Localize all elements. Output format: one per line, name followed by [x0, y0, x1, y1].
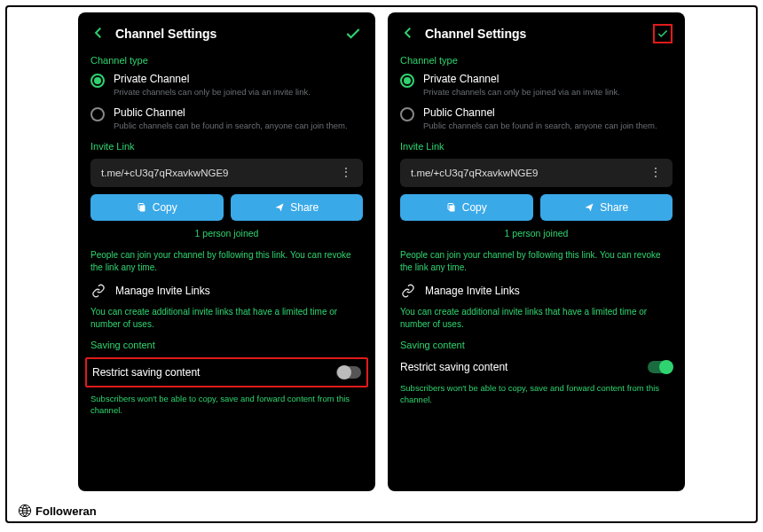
link-icon: [90, 283, 106, 299]
manage-text: Manage Invite Links: [425, 285, 520, 297]
watermark: Followeran: [18, 504, 97, 518]
public-desc: Public channels can be found in search, …: [114, 121, 363, 131]
share-icon: [274, 202, 285, 213]
globe-icon: [18, 504, 32, 518]
copy-button[interactable]: Copy: [400, 194, 533, 221]
link-icon: [400, 283, 416, 299]
manage-desc: You can create additional invite links t…: [400, 306, 673, 331]
manage-invite-links[interactable]: Manage Invite Links: [400, 283, 673, 299]
invite-desc: People can join your channel by followin…: [400, 249, 673, 274]
copy-label: Copy: [462, 201, 487, 214]
private-title: Private Channel: [114, 73, 363, 85]
button-row: Copy Share: [400, 194, 673, 221]
radio-private[interactable]: Private Channel Private channels can onl…: [400, 73, 673, 98]
header: Channel Settings: [400, 21, 673, 46]
channel-type-label: Channel type: [400, 55, 673, 66]
restrict-toggle-row[interactable]: Restrict saving content: [92, 363, 361, 382]
radio-private[interactable]: Private Channel Private channels can onl…: [90, 73, 363, 98]
manage-invite-links[interactable]: Manage Invite Links: [90, 283, 363, 299]
phone-left: Channel Settings Channel type Private Ch…: [78, 12, 375, 491]
share-icon: [584, 202, 594, 213]
header: Channel Settings: [90, 21, 363, 46]
radio-public[interactable]: Public Channel Public channels can be fo…: [90, 106, 363, 131]
button-row: Copy Share: [90, 194, 363, 221]
copy-icon: [446, 202, 457, 213]
invite-link-text: t.me/+cU3q7qRxavkwNGE9: [101, 168, 229, 178]
restrict-desc: Subscribers won't be able to copy, save …: [90, 393, 363, 417]
share-label: Share: [600, 201, 628, 214]
toggle-off-icon[interactable]: [336, 366, 361, 379]
channel-type-label: Channel type: [90, 55, 363, 66]
radio-icon-unselected: [400, 107, 414, 121]
saving-label: Saving content: [90, 340, 363, 350]
copy-button[interactable]: Copy: [90, 194, 224, 221]
invite-link-label: Invite Link: [400, 141, 673, 152]
svg-rect-2: [449, 205, 454, 211]
watermark-text: Followeran: [35, 505, 97, 518]
radio-icon-unselected: [90, 107, 105, 121]
more-dots-icon[interactable]: ⋮: [340, 170, 352, 176]
joined-count: 1 person joined: [90, 228, 363, 239]
phone-right: Channel Settings Channel type Private Ch…: [388, 12, 685, 491]
more-dots-icon[interactable]: ⋮: [649, 170, 662, 176]
joined-count: 1 person joined: [400, 228, 673, 239]
back-icon[interactable]: [90, 25, 108, 43]
copy-icon: [137, 202, 147, 213]
confirm-check-icon[interactable]: [343, 24, 363, 43]
share-button[interactable]: Share: [231, 194, 364, 221]
private-desc: Private channels can only be joined via …: [423, 87, 673, 98]
radio-public[interactable]: Public Channel Public channels can be fo…: [400, 106, 673, 131]
private-title: Private Channel: [423, 73, 673, 85]
invite-link-text: t.me/+cU3q7qRxavkwNGE9: [411, 168, 539, 178]
invite-link-label: Invite Link: [90, 141, 363, 152]
svg-rect-0: [139, 205, 145, 211]
copy-label: Copy: [153, 201, 177, 214]
restrict-highlight-box: Restrict saving content: [85, 357, 368, 387]
back-icon[interactable]: [400, 25, 418, 43]
radio-icon-selected: [400, 74, 414, 88]
toggle-on-icon[interactable]: [648, 361, 673, 373]
public-desc: Public channels can be found in search, …: [423, 121, 673, 131]
restrict-label: Restrict saving content: [400, 361, 507, 373]
private-desc: Private channels can only be joined via …: [114, 87, 363, 98]
invite-link-box[interactable]: t.me/+cU3q7qRxavkwNGE9 ⋮: [400, 159, 673, 187]
invite-link-box[interactable]: t.me/+cU3q7qRxavkwNGE9 ⋮: [90, 159, 363, 187]
public-title: Public Channel: [114, 106, 363, 119]
saving-label: Saving content: [400, 340, 673, 350]
manage-desc: You can create additional invite links t…: [90, 306, 363, 331]
restrict-label: Restrict saving content: [92, 366, 200, 379]
manage-text: Manage Invite Links: [115, 285, 210, 297]
invite-desc: People can join your channel by followin…: [90, 249, 363, 274]
restrict-toggle-row[interactable]: Restrict saving content: [400, 357, 673, 377]
page-title: Channel Settings: [115, 27, 343, 41]
public-title: Public Channel: [423, 106, 673, 119]
restrict-desc: Subscribers won't be able to copy, save …: [400, 382, 673, 406]
radio-icon-selected: [90, 74, 105, 88]
share-button[interactable]: Share: [540, 194, 673, 221]
page-title: Channel Settings: [425, 27, 653, 41]
share-label: Share: [290, 201, 319, 214]
confirm-check-icon-highlighted[interactable]: [653, 24, 673, 43]
